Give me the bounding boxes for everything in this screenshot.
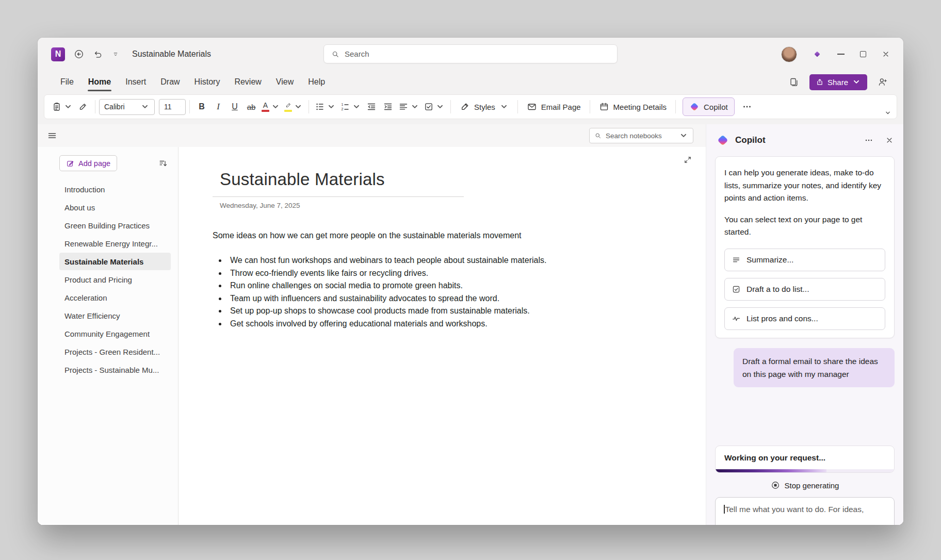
copilot-intro-text-1: I can help you generate ideas, make to-d…	[724, 167, 885, 205]
copilot-close-button[interactable]	[885, 136, 894, 144]
numbered-list-icon	[340, 102, 350, 112]
tab-home[interactable]: Home	[81, 71, 118, 93]
quick-access-icon[interactable]	[112, 51, 119, 58]
email-page-button[interactable]: Email Page	[522, 97, 586, 116]
bullet-item[interactable]: Run online challenges on social media to…	[227, 279, 685, 292]
bullet-item[interactable]: Set up pop-up shops to showcase cool pro…	[227, 305, 685, 318]
bullet-list-chevron[interactable]	[327, 102, 336, 111]
todo-tag-button[interactable]	[421, 97, 447, 116]
strikethrough-button[interactable]: ab	[243, 97, 259, 116]
email-icon	[527, 102, 537, 112]
font-size-combo[interactable]: 11	[159, 99, 186, 115]
summarize-button[interactable]: Summarize...	[724, 249, 885, 271]
page-canvas[interactable]: Sustainable Materials Wednesday, June 7,…	[179, 147, 706, 525]
sidebar-page-item[interactable]: Acceleration	[59, 289, 171, 306]
highlight-button[interactable]	[282, 97, 305, 116]
font-color-chevron[interactable]	[271, 102, 280, 111]
indent-button[interactable]	[380, 97, 396, 116]
bullet-list-button[interactable]	[313, 97, 338, 116]
pros-cons-button[interactable]: List pros and cons...	[724, 307, 885, 330]
format-painter-button[interactable]	[75, 97, 91, 116]
tab-review[interactable]: Review	[227, 71, 268, 93]
copilot-more-button[interactable]	[864, 136, 873, 145]
underline-button[interactable]: U	[226, 97, 243, 116]
sidebar-page-item[interactable]: Renewable Energy Integr...	[59, 235, 171, 252]
chevron-down-icon[interactable]	[140, 102, 150, 111]
tab-insert[interactable]: Insert	[118, 71, 153, 93]
calendar-icon	[599, 102, 609, 112]
tab-view[interactable]: View	[269, 71, 301, 93]
chevron-down-icon[interactable]	[180, 102, 181, 111]
copilot-icon	[716, 134, 729, 147]
separator	[450, 100, 451, 113]
share-button[interactable]: Share	[809, 74, 867, 90]
premium-diamond-icon[interactable]	[813, 50, 822, 59]
sidebar-page-item[interactable]: Projects - Sustainable Mu...	[59, 361, 171, 378]
sidebar-page-item[interactable]: Product and Pricing	[59, 271, 171, 288]
styles-button[interactable]: Styles	[455, 97, 514, 116]
align-chevron[interactable]	[410, 102, 419, 111]
italic-button[interactable]: I	[210, 97, 226, 116]
sort-icon[interactable]	[158, 159, 168, 168]
global-search-input[interactable]: Search	[323, 44, 618, 63]
stop-icon	[771, 481, 780, 490]
toolbar-overflow-button[interactable]	[739, 97, 755, 116]
page-view-icon[interactable]	[789, 77, 799, 87]
font-color-button[interactable]: A	[259, 97, 282, 116]
bullet-item[interactable]: Get schools involved by offering educati…	[227, 318, 685, 331]
working-status-text: Working on your request...	[716, 446, 894, 469]
bullet-list-icon	[315, 102, 325, 112]
sidebar-page-item[interactable]: Green Building Practices	[59, 217, 171, 234]
separator	[675, 100, 676, 113]
sidebar-page-item[interactable]: Introduction	[59, 180, 171, 198]
sidebar-page-item[interactable]: Projects - Green Resident...	[59, 343, 171, 360]
maximize-button[interactable]	[860, 51, 866, 57]
stop-generating-button[interactable]: Stop generating	[771, 481, 839, 490]
copilot-toolbar-button[interactable]: Copilot	[683, 97, 735, 116]
utility-bar: Search notebooks	[38, 124, 706, 147]
collapse-ribbon-icon[interactable]	[884, 109, 891, 117]
highlight-chevron[interactable]	[294, 102, 303, 111]
sidebar-page-item[interactable]: About us	[59, 199, 171, 216]
hamburger-icon[interactable]	[47, 130, 57, 141]
numbered-list-button[interactable]	[338, 97, 363, 116]
bullet-item[interactable]: We can host fun workshops and webinars t…	[227, 254, 685, 267]
todo-tag-chevron[interactable]	[435, 102, 445, 111]
draft-todo-button[interactable]: Draft a to do list...	[724, 278, 885, 301]
add-people-icon[interactable]	[878, 77, 888, 87]
sidebar-page-item-selected[interactable]: Sustainable Materials	[59, 253, 171, 270]
styles-chevron[interactable]	[499, 102, 509, 111]
bullet-item[interactable]: Throw eco-friendly events like fairs or …	[227, 267, 685, 280]
outdent-button[interactable]	[363, 97, 380, 116]
copilot-prompt-input[interactable]: Tell me what you want to do. For ideas,	[715, 497, 895, 525]
close-button[interactable]	[882, 50, 890, 58]
numbered-list-chevron[interactable]	[352, 102, 361, 111]
align-button[interactable]	[396, 97, 421, 116]
tab-file[interactable]: File	[53, 71, 81, 93]
page-intro-text[interactable]: Some ideas on how we can get more people…	[213, 231, 685, 240]
add-page-button[interactable]: Add page	[59, 155, 117, 171]
tab-history[interactable]: History	[187, 71, 228, 93]
chevron-down-icon[interactable]	[679, 131, 688, 140]
back-icon[interactable]	[74, 49, 84, 59]
paste-chevron[interactable]	[63, 102, 73, 111]
bullet-item[interactable]: Team up with influencers and sustainabil…	[227, 292, 685, 305]
font-name-combo[interactable]: Calibri	[99, 99, 155, 115]
paste-button[interactable]	[50, 97, 75, 116]
avatar[interactable]	[781, 46, 797, 62]
page-title-block: Sustainable Materials	[213, 170, 464, 197]
page-title[interactable]: Sustainable Materials	[220, 170, 464, 189]
page-bullet-list: We can host fun workshops and webinars t…	[219, 254, 685, 331]
working-status-card: Working on your request...	[715, 446, 895, 473]
search-notebooks-input[interactable]: Search notebooks	[589, 128, 693, 143]
sidebar-page-item[interactable]: Water Efficiency	[59, 307, 171, 324]
formatting-toolbar: Calibri 11 B I U ab A	[44, 94, 897, 119]
expand-icon[interactable]	[683, 155, 692, 164]
sidebar-page-item[interactable]: Community Engagement	[59, 325, 171, 342]
undo-icon[interactable]	[93, 49, 103, 59]
tab-draw[interactable]: Draw	[153, 71, 187, 93]
bold-button[interactable]: B	[193, 97, 210, 116]
tab-help[interactable]: Help	[301, 71, 332, 93]
minimize-button[interactable]	[837, 54, 845, 55]
meeting-details-button[interactable]: Meeting Details	[594, 97, 672, 116]
